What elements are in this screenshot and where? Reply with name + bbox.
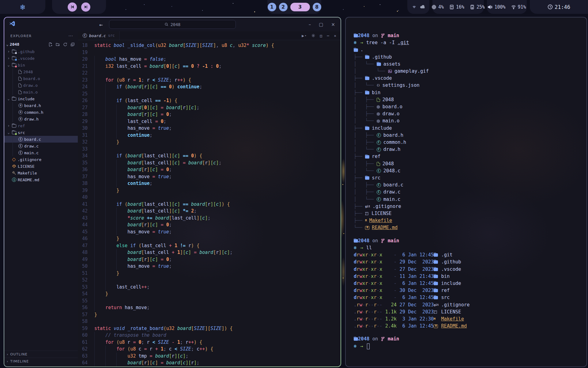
line-number: 49 — [78, 256, 94, 263]
launcher-button[interactable]: ❄ — [0, 0, 45, 14]
workspace-2[interactable]: 2 — [279, 3, 288, 11]
modified-date: 27 Dec 2023 — [399, 266, 434, 273]
explorer-item-main.c[interactable]: Cmain.c — [4, 149, 78, 156]
code-line-41: 41 if (board[last_cell][c] == board[r][c… — [78, 201, 341, 208]
minimize-button[interactable]: – — [309, 22, 311, 27]
code-line-45: 45 has_move = true; — [78, 228, 341, 236]
folder-icon — [365, 56, 369, 59]
folder-open-icon — [354, 337, 358, 341]
listing-row-.git: drwxr-xr-x - 6 Jan 12:45.git — [354, 251, 580, 259]
command-center-search[interactable]: 2048 — [109, 20, 236, 29]
close-editor-button[interactable]: × — [334, 33, 336, 38]
code-line-63: 63 u32 tmp = board[r][c]; — [78, 353, 341, 360]
file-label: draw.h — [24, 117, 39, 121]
terminal-content[interactable]: 2048 on main❄→tree -a -I .git.├── .githu… — [346, 17, 586, 366]
explorer-item-ref[interactable]: ›ref — [4, 122, 78, 129]
git-branch-icon — [381, 33, 385, 38]
explorer-item-draw.c[interactable]: Cdraw.c — [4, 143, 78, 149]
media-previous-button[interactable] — [68, 2, 77, 12]
gear-icon[interactable] — [311, 33, 315, 38]
line-content: for (u8 c = r + 1; c < SIZE; c++) { — [94, 346, 213, 353]
explorer-item-include[interactable]: ⌄include — [4, 95, 78, 102]
explorer-item-main.o[interactable]: main.o — [4, 89, 78, 95]
clock-applet[interactable]: 21:46 — [530, 0, 588, 14]
line-number: 44 — [78, 221, 94, 228]
explorer-item-.vscode[interactable]: ›.vscode — [4, 55, 78, 62]
tab-board-c[interactable]: C board.c src — [78, 31, 120, 40]
line-content: static void _rotate_board(u32 board[SIZE… — [94, 325, 233, 332]
file-size: - — [385, 287, 397, 294]
terminal-window: 2048 on main❄→tree -a -I .git.├── .githu… — [345, 17, 587, 367]
maximize-button[interactable]: ▢ — [319, 22, 323, 27]
explorer-item-src[interactable]: ⌄src — [4, 129, 78, 136]
run-file-button[interactable]: ▶▾ — [302, 33, 306, 38]
code-line-44: 44 board[r][c] = 0; — [78, 221, 341, 228]
vscode-logo-icon — [9, 21, 15, 27]
prompt-arrow: → — [356, 343, 366, 350]
code-line-30: 30 has_move = true; — [78, 125, 341, 132]
vscode-titlebar[interactable]: ← → 2048 – ▢ × — [4, 17, 341, 31]
line-content: has_move = true; — [94, 228, 172, 236]
tree-entry-board.h: │ ├── Cboard.h — [354, 132, 580, 139]
folder-icon — [434, 268, 438, 271]
explorer-item-README.md[interactable]: iREADME.md — [4, 176, 78, 183]
markdown-icon: M — [434, 324, 438, 328]
workspace-8[interactable]: 8 — [313, 3, 321, 11]
disk-stat: 25% — [470, 4, 485, 10]
file-label: LICENSE — [18, 164, 35, 169]
explorer-item-draw.h[interactable]: Hdraw.h — [4, 116, 78, 122]
file-size: - — [385, 251, 397, 259]
explorer-item-.gitignore[interactable]: .gitignore — [4, 156, 78, 163]
explorer-item-.github[interactable]: ›.github — [4, 48, 78, 55]
explorer-item-draw.o[interactable]: draw.o — [4, 82, 78, 89]
collapse-folders-button[interactable] — [70, 42, 75, 47]
line-number: 18 — [78, 42, 94, 49]
explorer-item-2048[interactable]: 2048 — [4, 68, 78, 75]
clang-icon: C — [377, 183, 381, 187]
chevron-down-icon: ⌄ — [7, 63, 10, 67]
timeline-section[interactable]: ›TIMELINE — [4, 358, 78, 365]
explorer-item-LICENSE[interactable]: LICENSE — [4, 163, 78, 170]
explorer-more-actions[interactable]: ⋯ — [68, 33, 73, 39]
connectivity-applet[interactable] — [407, 0, 429, 14]
explorer-item-board.c[interactable]: Cboard.c — [4, 136, 78, 143]
tree-entry-ref: ├── ref — [354, 153, 580, 160]
new-file-button[interactable] — [48, 42, 53, 47]
explorer-item-board.o[interactable]: board.o — [4, 75, 78, 82]
file-size: 1.2k — [385, 316, 397, 323]
refresh-button[interactable] — [63, 42, 67, 47]
code-editor[interactable]: 18static bool _slide_col(u32 board[SIZE]… — [78, 40, 341, 366]
git-icon: git — [365, 203, 370, 210]
new-folder-button[interactable] — [56, 42, 60, 47]
more-actions-button[interactable]: ⋯ — [327, 33, 329, 38]
audio-network-applet[interactable]: 100% 91% — [487, 0, 527, 14]
h-icon: H — [18, 103, 23, 108]
explorer-item-Makefile[interactable]: Makefile — [4, 170, 78, 176]
workspace-3[interactable]: 3 — [290, 3, 310, 11]
close-button[interactable]: × — [331, 22, 335, 27]
line-content: for (u8 r = 1; r < SIZE; r++) { — [94, 77, 191, 84]
split-editor-button[interactable]: ◫ — [320, 33, 322, 38]
code-line-49: 49 board[r][c] = 0; — [78, 256, 341, 263]
line-content: } — [94, 311, 97, 318]
editor-tab-bar: C board.c src ▶▾ ◫ ⋯ × — [78, 31, 341, 40]
explorer-root-folder[interactable]: ⌄ 2048 — [4, 40, 78, 48]
line-content: return has_move; — [94, 304, 150, 311]
workspace-1[interactable]: 1 — [268, 3, 276, 11]
tree-entry-draw.c: │ ├── Cdraw.c — [354, 189, 580, 196]
listing-row-.github: drwxr-xr-x -29 Dec 2023.github — [354, 259, 580, 266]
explorer-item-board.h[interactable]: Hboard.h — [4, 102, 78, 109]
file-label: draw.c — [24, 144, 39, 148]
outline-section[interactable]: ›OUTLINE — [4, 351, 78, 358]
file-icon — [18, 90, 22, 94]
explorer-item-common.h[interactable]: Hcommon.h — [4, 109, 78, 116]
clang-icon: C — [377, 133, 381, 137]
explorer-item-bin[interactable]: ⌄bin — [4, 62, 78, 68]
system-stats-applet[interactable]: 4% 16% 25% — [432, 0, 484, 14]
folder-open-icon — [354, 48, 358, 52]
modified-date: 27 Dec 2023 — [399, 301, 434, 309]
line-number: 21 — [78, 63, 94, 70]
nav-back-button[interactable]: ← — [99, 21, 103, 28]
media-next-button[interactable] — [81, 2, 90, 12]
line-content — [94, 146, 116, 153]
